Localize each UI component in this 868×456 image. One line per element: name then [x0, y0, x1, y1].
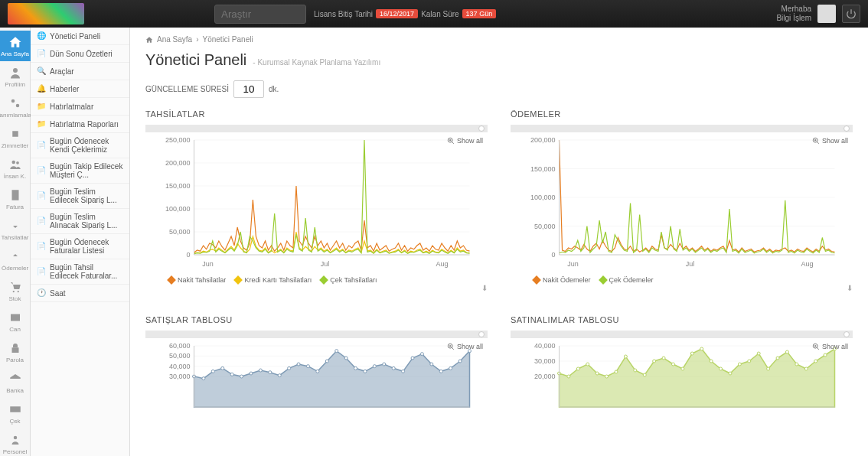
menu-item[interactable]: 🔍Araçlar: [31, 63, 129, 80]
doc-icon: 📄: [37, 191, 46, 200]
legend-item[interactable]: Nakit Ödemeler: [534, 276, 591, 284]
nav-tahsilat[interactable]: Tahsilatlar: [0, 214, 31, 245]
nav-banka[interactable]: Banka: [0, 367, 31, 398]
menu-item[interactable]: 📄Bugün Ödenecek Faturalar Listesi: [31, 234, 129, 259]
info-icon[interactable]: [844, 331, 850, 337]
menu-item-label: Araçlar: [50, 67, 74, 76]
avatar[interactable]: [817, 5, 836, 23]
nav-parola[interactable]: Parola: [0, 337, 31, 367]
svg-text:100,000: 100,000: [530, 194, 556, 201]
download-icon[interactable]: ⬇: [481, 284, 488, 292]
menu-item[interactable]: 📄Bugün Teslim Edilecek Sipariş L...: [31, 184, 129, 209]
menu-item-label: Bugün Teslim Edilecek Sipariş L...: [50, 187, 123, 204]
menu-item-label: Bugün Tahsil Edilecek Faturalar...: [50, 263, 123, 280]
zoom-icon: [812, 137, 820, 145]
nav-personel[interactable]: Personel: [0, 428, 31, 456]
nav-cek[interactable]: Çek: [0, 398, 31, 428]
svg-point-73: [354, 366, 357, 370]
svg-point-4: [16, 161, 19, 164]
show-all-button[interactable]: Show all: [447, 137, 483, 145]
legend-label: Kredi Kartı Tahsilatları: [244, 276, 312, 284]
menu-item-label: Hatırlatma Raporları: [50, 120, 119, 129]
svg-point-62: [250, 372, 253, 375]
nav-odeme[interactable]: Ödemeler: [0, 245, 31, 275]
svg-rect-8: [11, 314, 20, 321]
show-all-button[interactable]: Show all: [812, 137, 848, 145]
nav-profile[interactable]: Profilim: [0, 61, 31, 92]
svg-point-110: [690, 352, 693, 355]
svg-point-114: [729, 372, 732, 375]
refresh-input[interactable]: [233, 80, 264, 98]
nav-zimmet[interactable]: Zimmetler: [0, 122, 31, 153]
svg-text:20,000: 20,000: [534, 373, 556, 380]
chart-legend: Nakit ÖdemelerÇek Ödemeler: [511, 276, 853, 284]
info-icon[interactable]: [844, 125, 850, 132]
svg-text:Jul: Jul: [686, 260, 695, 268]
menu-item[interactable]: 📄Bugün Teslim Alınacak Sipariş L...: [31, 209, 129, 234]
svg-point-80: [420, 353, 423, 356]
chart-toolbar: [145, 125, 488, 132]
legend-item[interactable]: Kredi Kartı Tahsilatları: [235, 276, 312, 284]
menu-item-label: Saat: [50, 289, 66, 298]
svg-point-77: [392, 366, 395, 370]
menu-item[interactable]: 📁Hatırlatma Raporları: [31, 116, 129, 133]
legend-marker: [320, 275, 328, 284]
svg-point-58: [211, 370, 214, 373]
menu-item[interactable]: 📄Bugün Tahsil Edilecek Faturalar...: [31, 259, 129, 285]
menu-item[interactable]: 🕐Saat: [31, 285, 129, 302]
legend-item[interactable]: Nakit Tahsilatlar: [168, 276, 226, 284]
svg-point-123: [814, 360, 817, 363]
svg-text:100,000: 100,000: [165, 205, 191, 213]
show-all-button[interactable]: Show all: [447, 343, 483, 350]
stok-icon: [8, 280, 22, 294]
svg-point-67: [297, 363, 300, 366]
user-greeting: Merhaba Bilgi İşlem: [776, 5, 811, 23]
svg-point-84: [458, 360, 462, 363]
svg-text:200,000: 200,000: [530, 136, 556, 144]
nav-defs[interactable]: Tanımlamalar: [0, 92, 31, 122]
remaining-badge: 137 Gün: [462, 9, 497, 18]
refresh-unit: dk.: [269, 85, 279, 93]
search-input[interactable]: [214, 5, 306, 24]
folder-icon: 📁: [37, 102, 46, 111]
svg-point-108: [671, 363, 674, 366]
menu-item[interactable]: 📄Dün Sonu Özetleri: [31, 45, 129, 63]
profile-icon: [8, 66, 22, 80]
menu-item[interactable]: 📄Bugün Ödenecek Kendi Çeklerimiz: [31, 133, 129, 158]
menu-item[interactable]: 🌐Yönetici Paneli: [31, 28, 129, 45]
legend-marker: [167, 275, 175, 284]
parola-icon: [8, 341, 22, 355]
power-button[interactable]: [842, 5, 860, 23]
menu-item-label: Bugün Ödenecek Kendi Çeklerimiz: [50, 137, 123, 154]
svg-text:50,000: 50,000: [169, 228, 191, 236]
legend-label: Çek Tahsilatları: [330, 276, 377, 284]
nav-stok[interactable]: Stok: [0, 275, 31, 306]
nav-home[interactable]: Ana Sayfa: [0, 31, 31, 61]
menu-item[interactable]: 📁Hatırlatmalar: [31, 98, 129, 116]
menu-item[interactable]: 📄Bugün Takip Edilecek Müşteri Ç...: [31, 158, 129, 184]
svg-rect-5: [11, 190, 18, 200]
menu-item[interactable]: 🔔Haberler: [31, 80, 129, 98]
legend-item[interactable]: Çek Tahsilatları: [321, 276, 377, 284]
license-date-badge: 16/12/2017: [376, 9, 418, 18]
nav-fatura[interactable]: Fatura: [0, 184, 31, 214]
nav-can[interactable]: Can: [0, 306, 31, 337]
svg-point-3: [11, 160, 15, 164]
svg-point-60: [230, 373, 233, 376]
search-icon: 🔍: [37, 67, 46, 76]
chart-title: SATIŞLAR TABLOSU: [145, 315, 488, 324]
info-icon[interactable]: [478, 331, 485, 337]
breadcrumb-home[interactable]: Ana Sayfa: [157, 35, 192, 44]
download-icon[interactable]: ⬇: [847, 284, 853, 292]
nav-insan[interactable]: İnsan K.: [0, 153, 31, 184]
legend-marker: [234, 275, 243, 284]
legend-label: Nakit Tahsilatlar: [178, 276, 226, 284]
odeme-icon: [8, 249, 22, 263]
info-icon[interactable]: [478, 125, 485, 132]
svg-point-71: [335, 350, 338, 353]
header: Lisans Bitiş Tarihi 16/12/2017 Kalan Sür…: [0, 0, 868, 28]
legend-item[interactable]: Çek Ödemeler: [600, 276, 654, 284]
svg-marker-95: [560, 349, 835, 407]
show-all-button[interactable]: Show all: [812, 343, 848, 350]
svg-point-57: [202, 377, 205, 380]
